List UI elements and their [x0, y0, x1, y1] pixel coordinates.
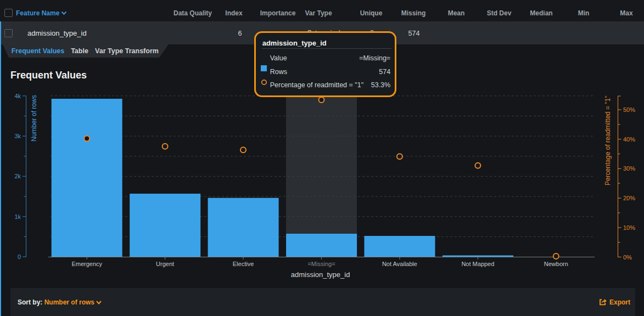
- svg-text:Emergency: Emergency: [71, 261, 102, 267]
- svg-text:Elective: Elective: [233, 261, 254, 267]
- svg-text:0%: 0%: [623, 254, 632, 261]
- svg-text:Newborn: Newborn: [544, 261, 568, 267]
- svg-text:1k: 1k: [14, 213, 21, 220]
- svg-text:Urgent: Urgent: [156, 261, 174, 267]
- svg-text:=Missing=: =Missing=: [307, 261, 335, 267]
- svg-text:40%: 40%: [623, 136, 635, 143]
- svg-text:30%: 30%: [623, 165, 635, 172]
- svg-text:2k: 2k: [14, 173, 21, 179]
- svg-text:3k: 3k: [14, 133, 21, 139]
- svg-text:admission_type_id: admission_type_id: [291, 270, 350, 279]
- svg-text:Number of rows: Number of rows: [30, 95, 38, 142]
- svg-text:10%: 10%: [623, 224, 635, 231]
- svg-text:Not Mapped: Not Mapped: [461, 261, 494, 267]
- svg-text:Not Available: Not Available: [382, 261, 417, 267]
- svg-text:50%: 50%: [623, 106, 635, 113]
- svg-text:Percentage of readmitted = "1": Percentage of readmitted = "1": [604, 95, 612, 185]
- svg-text:0: 0: [18, 253, 21, 260]
- svg-text:4k: 4k: [14, 93, 21, 99]
- svg-text:20%: 20%: [623, 195, 635, 201]
